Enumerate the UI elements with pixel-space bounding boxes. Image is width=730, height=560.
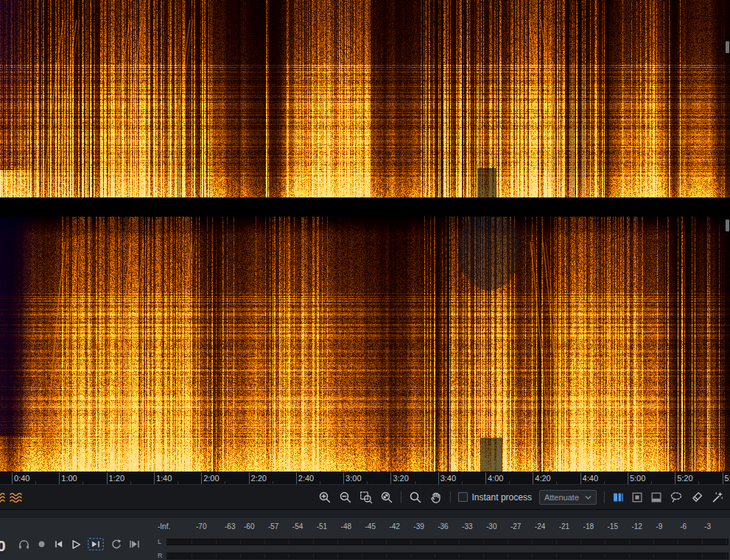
play-selection-button[interactable] [88,538,104,550]
timeline-label: 3:40 [441,474,456,483]
hand-tool-icon[interactable] [429,491,443,504]
timeline-minor-tick [130,481,131,484]
scrollbar-thumb[interactable] [726,41,729,53]
time-display-partial: 0 [0,537,6,555]
meter-scale-label: -60 [244,522,254,531]
brush-tool-icon[interactable] [690,491,703,504]
timeline-ruler[interactable]: 0:401:001:201:402:002:202:403:003:203:40… [0,472,730,484]
transport-controls [18,538,141,550]
timeline-minor-tick [35,481,36,484]
timeline-minor-tick [415,481,415,484]
waveform-tab-icon[interactable] [9,490,24,505]
spectrogram-view-toggle[interactable] [612,491,624,503]
timeline-tick [438,472,439,484]
loop-button[interactable] [110,538,122,550]
magnify-tool-icon[interactable] [409,491,422,504]
timeline-label: 1:00 [61,474,77,483]
meter-scale-label: -42 [389,522,399,531]
timeline-minor-tick [509,481,510,484]
play-all-button[interactable] [128,539,141,550]
timeline-label: 5:20 [677,474,692,483]
meter-scale-label: -30 [486,522,496,531]
meter-scale-label: -36 [438,522,448,531]
meter-scale-label: -33 [462,522,472,531]
waveform-tab-icon[interactable] [0,490,7,505]
timeline-label: 3:00 [345,474,361,483]
meter-scale-label: -63 [225,522,235,531]
timeline-tick [580,472,581,484]
meter-scale-label: -54 [292,522,303,531]
timeline-tick [59,472,60,484]
meter-scale-label: -70 [196,522,206,531]
zoom-in-icon[interactable] [318,491,331,504]
zoom-selection-icon[interactable] [359,491,373,504]
meter-row-left: L [158,538,729,545]
meter-scale-label: -15 [608,522,618,531]
spectrogram-right-channel[interactable] [0,217,730,472]
timeline-tick [390,472,391,484]
timeline-tick [107,472,108,484]
level-meter-left [166,539,729,545]
meter-scale-label: -45 [365,522,376,531]
meter-scale-label: -9 [656,522,662,531]
timeline-tick [723,472,723,484]
meter-channel-label: L [158,538,164,545]
toolbar-separator [401,491,401,503]
audio-editor-window: 0:401:001:201:402:002:202:403:003:203:40… [0,0,730,560]
timeline-minor-tick [273,481,273,484]
meter-scale-label: -57 [268,522,278,531]
scrollbar-thumb[interactable] [726,220,729,231]
waveform-view-toggle[interactable] [631,491,643,503]
instant-process-control: Instant process [458,492,532,503]
meter-scale-label: -18 [583,522,594,531]
magic-wand-icon[interactable] [711,491,724,504]
timeline-tick [628,472,628,484]
timeline-minor-tick [367,481,368,484]
tool-group: Instant process Attenuate [318,490,724,505]
instant-process-checkbox[interactable] [458,492,468,502]
timeline-minor-tick [698,481,699,484]
spectrogram-pane-right [0,217,730,472]
timeline-tick [12,472,13,484]
meter-scale-label: -27 [510,522,521,531]
meter-channel-label: R [158,552,164,559]
chevron-down-icon [585,495,592,500]
toolbar-separator [604,491,605,503]
timeline-label: 1:40 [156,474,172,483]
spectrogram-left-channel[interactable] [0,0,730,197]
zoom-out-icon[interactable] [339,491,352,504]
record-button[interactable] [36,539,47,550]
timeline-label: 2:00 [203,474,219,483]
level-meter-right [166,553,729,559]
channel-divider [0,197,730,217]
timeline-label: 4:20 [535,474,550,483]
frequency-scrollbar-left[interactable] [725,0,730,197]
transport-bar: 0 [0,518,730,560]
process-module-dropdown[interactable]: Attenuate [539,490,597,505]
split-view-toggle[interactable] [650,491,662,503]
meter-scale-label: -39 [413,522,424,531]
lasso-tool-icon[interactable] [670,491,683,504]
go-to-start-button[interactable] [53,539,64,550]
toolbar-separator [450,491,451,503]
timeline-minor-tick [320,481,320,484]
meter-scale-label: -12 [631,522,642,531]
meter-scale-label: -21 [559,522,569,531]
meter-scale-label: -6 [680,522,687,531]
spectrogram-pane-left [0,0,730,197]
timeline-label: 4:00 [488,474,503,483]
timeline-tick [296,472,297,484]
timeline-minor-tick [178,481,178,484]
file-tabs [0,490,24,505]
timeline-minor-tick [651,481,652,484]
zoom-fit-icon[interactable] [380,491,393,504]
monitor-headphones-icon[interactable] [18,538,30,550]
meter-scale-label: -48 [341,522,351,531]
timeline-label: 1:20 [109,474,124,483]
timeline-label: 4:40 [583,474,598,483]
play-button[interactable] [70,539,82,550]
timeline-tick [675,472,675,484]
timeline-tick [533,472,533,484]
section-divider [0,509,730,518]
frequency-scrollbar-right[interactable] [725,217,730,472]
